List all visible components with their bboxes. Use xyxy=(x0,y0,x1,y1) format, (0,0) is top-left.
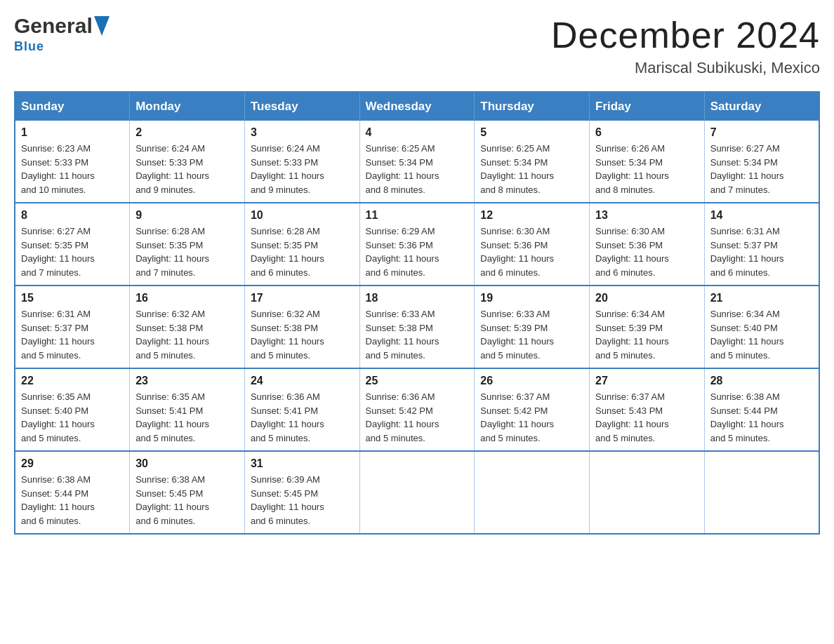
day-of-week-header: Friday xyxy=(590,92,705,121)
day-number: 28 xyxy=(710,375,813,387)
day-info: Sunrise: 6:29 AMSunset: 5:36 PMDaylight:… xyxy=(366,224,469,279)
day-of-week-header: Saturday xyxy=(704,92,819,121)
day-number: 13 xyxy=(595,209,699,222)
calendar-week-row: 15 Sunrise: 6:31 AMSunset: 5:37 PMDaylig… xyxy=(15,286,819,368)
day-number: 22 xyxy=(21,375,124,387)
calendar-day-cell: 15 Sunrise: 6:31 AMSunset: 5:37 PMDaylig… xyxy=(15,286,130,368)
day-info: Sunrise: 6:32 AMSunset: 5:38 PMDaylight:… xyxy=(251,307,354,362)
calendar-day-cell: 8 Sunrise: 6:27 AMSunset: 5:35 PMDayligh… xyxy=(15,203,130,286)
calendar-day-cell: 6 Sunrise: 6:26 AMSunset: 5:34 PMDayligh… xyxy=(590,121,705,203)
calendar-day-cell: 5 Sunrise: 6:25 AMSunset: 5:34 PMDayligh… xyxy=(475,121,590,203)
calendar-day-cell: 9 Sunrise: 6:28 AMSunset: 5:35 PMDayligh… xyxy=(130,203,245,286)
day-number: 2 xyxy=(135,126,239,139)
day-number: 24 xyxy=(251,375,354,387)
day-info: Sunrise: 6:36 AMSunset: 5:42 PMDaylight:… xyxy=(366,390,469,445)
calendar-day-cell: 7 Sunrise: 6:27 AMSunset: 5:34 PMDayligh… xyxy=(704,121,819,203)
calendar-header-row: SundayMondayTuesdayWednesdayThursdayFrid… xyxy=(15,92,819,121)
day-number: 7 xyxy=(710,126,813,139)
calendar-day-cell: 21 Sunrise: 6:34 AMSunset: 5:40 PMDaylig… xyxy=(704,286,819,368)
day-of-week-header: Sunday xyxy=(15,92,130,121)
calendar-week-row: 8 Sunrise: 6:27 AMSunset: 5:35 PMDayligh… xyxy=(15,203,819,286)
day-number: 8 xyxy=(21,209,124,222)
calendar-day-cell: 20 Sunrise: 6:34 AMSunset: 5:39 PMDaylig… xyxy=(590,286,705,368)
location-title: Mariscal Subikuski, Mexico xyxy=(551,59,820,77)
day-of-week-header: Wednesday xyxy=(359,92,475,121)
page-header: General Blue December 2024 Mariscal Subi… xyxy=(14,14,820,77)
calendar-day-cell: 16 Sunrise: 6:32 AMSunset: 5:38 PMDaylig… xyxy=(130,286,245,368)
day-number: 21 xyxy=(710,292,813,304)
calendar-day-cell: 11 Sunrise: 6:29 AMSunset: 5:36 PMDaylig… xyxy=(359,203,475,286)
day-info: Sunrise: 6:37 AMSunset: 5:42 PMDaylight:… xyxy=(480,390,583,445)
calendar-day-cell: 31 Sunrise: 6:39 AMSunset: 5:45 PMDaylig… xyxy=(244,451,359,534)
day-info: Sunrise: 6:27 AMSunset: 5:34 PMDaylight:… xyxy=(710,142,813,196)
day-number: 31 xyxy=(251,457,354,470)
day-number: 6 xyxy=(595,126,699,139)
day-info: Sunrise: 6:25 AMSunset: 5:34 PMDaylight:… xyxy=(480,142,583,196)
calendar-day-cell: 27 Sunrise: 6:37 AMSunset: 5:43 PMDaylig… xyxy=(590,368,705,451)
day-of-week-header: Thursday xyxy=(475,92,590,121)
calendar-day-cell: 1 Sunrise: 6:23 AMSunset: 5:33 PMDayligh… xyxy=(15,121,130,203)
day-info: Sunrise: 6:38 AMSunset: 5:45 PMDaylight:… xyxy=(135,473,239,528)
day-info: Sunrise: 6:25 AMSunset: 5:34 PMDaylight:… xyxy=(366,142,469,196)
day-info: Sunrise: 6:28 AMSunset: 5:35 PMDaylight:… xyxy=(135,224,239,279)
logo-triangle-icon xyxy=(94,16,110,36)
calendar-day-cell xyxy=(590,451,705,534)
day-info: Sunrise: 6:23 AMSunset: 5:33 PMDaylight:… xyxy=(21,142,124,196)
day-number: 3 xyxy=(251,126,354,139)
day-info: Sunrise: 6:36 AMSunset: 5:41 PMDaylight:… xyxy=(251,390,354,445)
calendar-day-cell: 12 Sunrise: 6:30 AMSunset: 5:36 PMDaylig… xyxy=(475,203,590,286)
day-info: Sunrise: 6:24 AMSunset: 5:33 PMDaylight:… xyxy=(251,142,354,196)
day-info: Sunrise: 6:28 AMSunset: 5:35 PMDaylight:… xyxy=(251,224,354,279)
day-number: 1 xyxy=(21,126,124,139)
calendar-day-cell: 2 Sunrise: 6:24 AMSunset: 5:33 PMDayligh… xyxy=(130,121,245,203)
day-of-week-header: Monday xyxy=(130,92,245,121)
day-number: 16 xyxy=(135,292,239,304)
day-number: 4 xyxy=(366,126,469,139)
calendar-day-cell: 17 Sunrise: 6:32 AMSunset: 5:38 PMDaylig… xyxy=(244,286,359,368)
day-number: 5 xyxy=(480,126,583,139)
logo-general: General xyxy=(14,14,93,38)
logo: General Blue xyxy=(14,14,110,54)
calendar-day-cell: 10 Sunrise: 6:28 AMSunset: 5:35 PMDaylig… xyxy=(244,203,359,286)
day-number: 19 xyxy=(480,292,583,304)
calendar-day-cell xyxy=(475,451,590,534)
day-number: 26 xyxy=(480,375,583,387)
day-info: Sunrise: 6:26 AMSunset: 5:34 PMDaylight:… xyxy=(595,142,699,196)
day-info: Sunrise: 6:34 AMSunset: 5:39 PMDaylight:… xyxy=(595,307,699,362)
calendar-week-row: 29 Sunrise: 6:38 AMSunset: 5:44 PMDaylig… xyxy=(15,451,819,534)
day-number: 9 xyxy=(135,209,239,222)
calendar-day-cell: 30 Sunrise: 6:38 AMSunset: 5:45 PMDaylig… xyxy=(130,451,245,534)
calendar-day-cell: 22 Sunrise: 6:35 AMSunset: 5:40 PMDaylig… xyxy=(15,368,130,451)
day-number: 18 xyxy=(366,292,469,304)
calendar-day-cell xyxy=(359,451,475,534)
calendar-table: SundayMondayTuesdayWednesdayThursdayFrid… xyxy=(14,91,820,535)
calendar-day-cell: 23 Sunrise: 6:35 AMSunset: 5:41 PMDaylig… xyxy=(130,368,245,451)
day-number: 23 xyxy=(135,375,239,387)
day-number: 11 xyxy=(366,209,469,222)
calendar-day-cell: 14 Sunrise: 6:31 AMSunset: 5:37 PMDaylig… xyxy=(704,203,819,286)
day-info: Sunrise: 6:31 AMSunset: 5:37 PMDaylight:… xyxy=(710,224,813,279)
day-number: 17 xyxy=(251,292,354,304)
day-number: 12 xyxy=(480,209,583,222)
day-info: Sunrise: 6:34 AMSunset: 5:40 PMDaylight:… xyxy=(710,307,813,362)
calendar-day-cell: 25 Sunrise: 6:36 AMSunset: 5:42 PMDaylig… xyxy=(359,368,475,451)
day-number: 14 xyxy=(710,209,813,222)
day-info: Sunrise: 6:38 AMSunset: 5:44 PMDaylight:… xyxy=(21,473,124,528)
day-info: Sunrise: 6:37 AMSunset: 5:43 PMDaylight:… xyxy=(595,390,699,445)
day-info: Sunrise: 6:24 AMSunset: 5:33 PMDaylight:… xyxy=(135,142,239,196)
day-of-week-header: Tuesday xyxy=(244,92,359,121)
day-number: 27 xyxy=(595,375,699,387)
day-number: 30 xyxy=(135,457,239,470)
calendar-day-cell: 13 Sunrise: 6:30 AMSunset: 5:36 PMDaylig… xyxy=(590,203,705,286)
day-info: Sunrise: 6:33 AMSunset: 5:38 PMDaylight:… xyxy=(366,307,469,362)
logo-blue: Blue xyxy=(14,39,44,54)
calendar-day-cell: 3 Sunrise: 6:24 AMSunset: 5:33 PMDayligh… xyxy=(244,121,359,203)
calendar-day-cell: 19 Sunrise: 6:33 AMSunset: 5:39 PMDaylig… xyxy=(475,286,590,368)
day-info: Sunrise: 6:31 AMSunset: 5:37 PMDaylight:… xyxy=(21,307,124,362)
day-number: 10 xyxy=(251,209,354,222)
day-number: 20 xyxy=(595,292,699,304)
calendar-day-cell: 4 Sunrise: 6:25 AMSunset: 5:34 PMDayligh… xyxy=(359,121,475,203)
day-info: Sunrise: 6:30 AMSunset: 5:36 PMDaylight:… xyxy=(595,224,699,279)
day-info: Sunrise: 6:27 AMSunset: 5:35 PMDaylight:… xyxy=(21,224,124,279)
day-number: 15 xyxy=(21,292,124,304)
